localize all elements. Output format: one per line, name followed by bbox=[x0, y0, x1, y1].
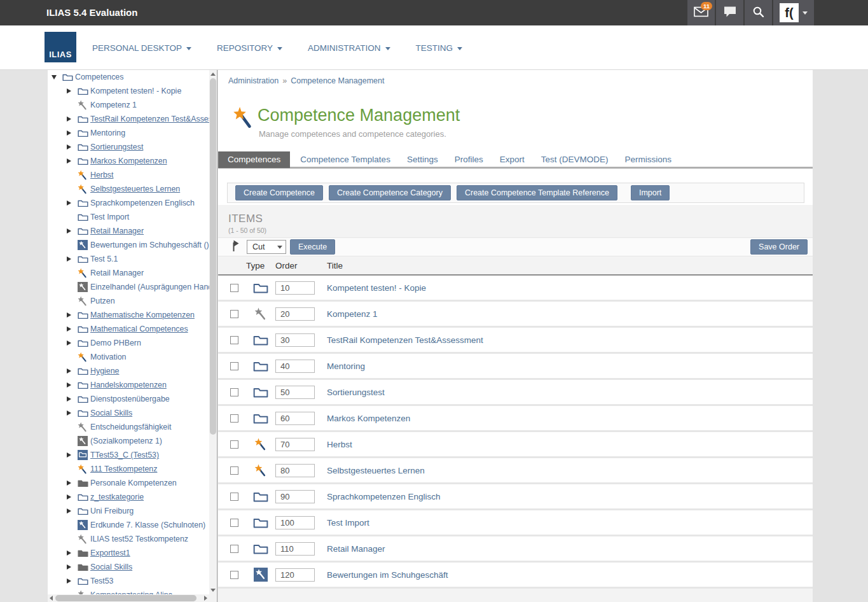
tree-item[interactable]: Markos Kompetenzen bbox=[48, 154, 209, 168]
tree-item[interactable]: z_testkategorie bbox=[48, 490, 209, 504]
tree-item-label[interactable]: 111 Testkompetenz bbox=[90, 465, 157, 473]
execute-button[interactable]: Execute bbox=[290, 239, 335, 255]
row-title[interactable]: Mentoring bbox=[327, 361, 365, 371]
tab-permissions[interactable]: Permissions bbox=[624, 155, 672, 164]
row-title[interactable]: Bewertungen im Schuhgeschäft bbox=[327, 570, 448, 580]
tree-item[interactable]: Competences bbox=[48, 70, 209, 84]
expander-right-icon[interactable] bbox=[67, 410, 71, 416]
search-button[interactable] bbox=[743, 0, 772, 25]
tree-item[interactable]: Personale Kompetenzen bbox=[48, 476, 209, 490]
tree-item[interactable]: Entscheidungsfähigkeit bbox=[48, 420, 209, 434]
tree-item[interactable]: Demo PHBern bbox=[48, 336, 209, 350]
tree-item-label[interactable]: Retail Manager bbox=[90, 227, 144, 235]
tree-item-label[interactable]: Sprachkompetenzen Englisch bbox=[90, 199, 195, 207]
tree-item[interactable]: Social Skills bbox=[48, 406, 209, 420]
tab-test-devmode[interactable]: Test (DEVMODE) bbox=[541, 155, 609, 164]
expander-right-icon[interactable] bbox=[67, 550, 71, 556]
tree-item-label[interactable]: Sortierungstest bbox=[90, 143, 143, 151]
row-checkbox[interactable] bbox=[230, 545, 238, 553]
tree-item[interactable]: Kompetenztesting Alina bbox=[48, 588, 209, 594]
order-input[interactable] bbox=[275, 360, 315, 373]
tree-item[interactable]: Erdkunde 7. Klasse (Schulnoten) bbox=[48, 518, 209, 532]
tree-item-label[interactable]: Hygiene bbox=[90, 367, 119, 375]
tree-item[interactable]: Selbstgesteuertes Lernen bbox=[48, 182, 209, 196]
tree-item-label[interactable]: Einzelhandel (Ausprägungen Hand bbox=[90, 283, 209, 291]
tree-item[interactable]: ILIAS test52 Testkompetenz bbox=[48, 532, 209, 546]
tree-item[interactable]: Retail Manager bbox=[48, 266, 209, 280]
tree-item-label[interactable]: Bewertungen im Schuhgeschäft () bbox=[90, 241, 209, 249]
expander-right-icon[interactable] bbox=[67, 340, 71, 346]
scroll-left-arrow[interactable] bbox=[50, 596, 53, 601]
save-order-button[interactable]: Save Order bbox=[750, 239, 808, 255]
expander-right-icon[interactable] bbox=[67, 312, 71, 318]
order-input[interactable] bbox=[275, 386, 315, 399]
expander-right-icon[interactable] bbox=[67, 578, 71, 584]
row-title[interactable]: Sprachkompetenzen Englisch bbox=[327, 492, 441, 501]
row-title[interactable]: TestRail Kompetenzen Test&Assessment bbox=[327, 335, 483, 345]
expander-right-icon[interactable] bbox=[67, 368, 71, 374]
row-title[interactable]: Sortierungstest bbox=[327, 388, 385, 397]
tree-item[interactable]: Mentoring bbox=[48, 126, 209, 140]
tab-competences[interactable]: Competences bbox=[218, 151, 290, 168]
tree-item-label[interactable]: Personale Kompetenzen bbox=[90, 479, 177, 487]
tree-item-label[interactable]: Competences bbox=[75, 73, 123, 81]
row-checkbox[interactable] bbox=[230, 388, 238, 396]
tree-item-label[interactable]: Social Skills bbox=[90, 563, 132, 571]
order-input[interactable] bbox=[275, 568, 315, 582]
row-checkbox[interactable] bbox=[230, 493, 238, 501]
expander-right-icon[interactable] bbox=[67, 494, 71, 500]
tree-item-label[interactable]: Test 5.1 bbox=[90, 255, 118, 263]
tree-item[interactable]: Mathematische Kompetenzen bbox=[48, 308, 209, 322]
expander-right-icon[interactable] bbox=[67, 396, 71, 402]
nav-item-repository[interactable]: REPOSITORY bbox=[217, 43, 282, 53]
tree-item[interactable]: 111 Testkompetenz bbox=[48, 462, 209, 476]
nav-item-testing[interactable]: TESTING bbox=[416, 43, 463, 53]
expander-right-icon[interactable] bbox=[67, 452, 71, 458]
tree-item-label[interactable]: Test53 bbox=[90, 577, 114, 585]
tree-item-label[interactable]: Retail Manager bbox=[90, 269, 144, 277]
tree-item[interactable]: Putzen bbox=[48, 294, 209, 308]
expander-right-icon[interactable] bbox=[67, 158, 71, 164]
tree-item-label[interactable]: Putzen bbox=[90, 297, 115, 305]
tree-item-label[interactable]: TestRail Kompetenzen Test&Assess bbox=[90, 115, 209, 123]
order-input[interactable] bbox=[275, 542, 315, 556]
tree-item[interactable]: Sprachkompetenzen Englisch bbox=[48, 196, 209, 210]
user-menu-button[interactable]: f( bbox=[772, 0, 814, 25]
tree-item-label[interactable]: Markos Kompetenzen bbox=[90, 157, 167, 165]
row-checkbox[interactable] bbox=[230, 310, 238, 318]
row-checkbox[interactable] bbox=[230, 440, 238, 449]
expander-right-icon[interactable] bbox=[67, 480, 71, 486]
row-title[interactable]: Kompetenz 1 bbox=[327, 309, 378, 319]
tree-item[interactable]: Test Import bbox=[48, 210, 209, 224]
ilias-logo[interactable]: ILIAS bbox=[45, 32, 76, 62]
tree-item-label[interactable]: Exporttest1 bbox=[90, 549, 130, 557]
row-checkbox[interactable] bbox=[230, 284, 238, 292]
expander-right-icon[interactable] bbox=[67, 228, 71, 234]
tab-competence-templates[interactable]: Competence Templates bbox=[300, 155, 390, 164]
tree-item[interactable]: Mathematical Competences bbox=[48, 322, 209, 336]
expander-right-icon[interactable] bbox=[67, 88, 71, 94]
chat-button[interactable] bbox=[715, 0, 743, 25]
tree-vertical-scrollbar[interactable] bbox=[209, 70, 217, 594]
breadcrumb-administration[interactable]: Administration bbox=[228, 76, 279, 85]
order-input[interactable] bbox=[275, 412, 315, 425]
bulk-action-select[interactable]: Cut bbox=[247, 240, 286, 254]
order-input[interactable] bbox=[275, 307, 315, 321]
tree-item-label[interactable]: Entscheidungsfähigkeit bbox=[90, 423, 171, 431]
tab-export[interactable]: Export bbox=[500, 155, 525, 164]
tree-item[interactable]: Social Skills bbox=[48, 560, 209, 574]
tree-item-label[interactable]: Social Skills bbox=[90, 409, 132, 417]
tree-item-label[interactable]: Dienstpostenübergabe bbox=[90, 395, 170, 403]
row-title[interactable]: Selbstgesteuertes Lernen bbox=[327, 466, 425, 475]
expander-right-icon[interactable] bbox=[67, 144, 71, 150]
tree-horizontal-scrollbar[interactable] bbox=[48, 594, 209, 602]
tree-item[interactable]: Herbst bbox=[48, 168, 209, 182]
tree-item-label[interactable]: Herbst bbox=[90, 171, 114, 179]
tree-item-label[interactable]: Kompetenz 1 bbox=[90, 101, 137, 109]
row-title[interactable]: Markos Kompetenzen bbox=[327, 414, 410, 423]
tab-settings[interactable]: Settings bbox=[407, 155, 438, 164]
tree-item[interactable]: Uni Freiburg bbox=[48, 504, 209, 518]
row-checkbox[interactable] bbox=[230, 571, 238, 579]
tree-item-label[interactable]: z_testkategorie bbox=[90, 493, 144, 501]
expander-right-icon[interactable] bbox=[67, 326, 71, 332]
